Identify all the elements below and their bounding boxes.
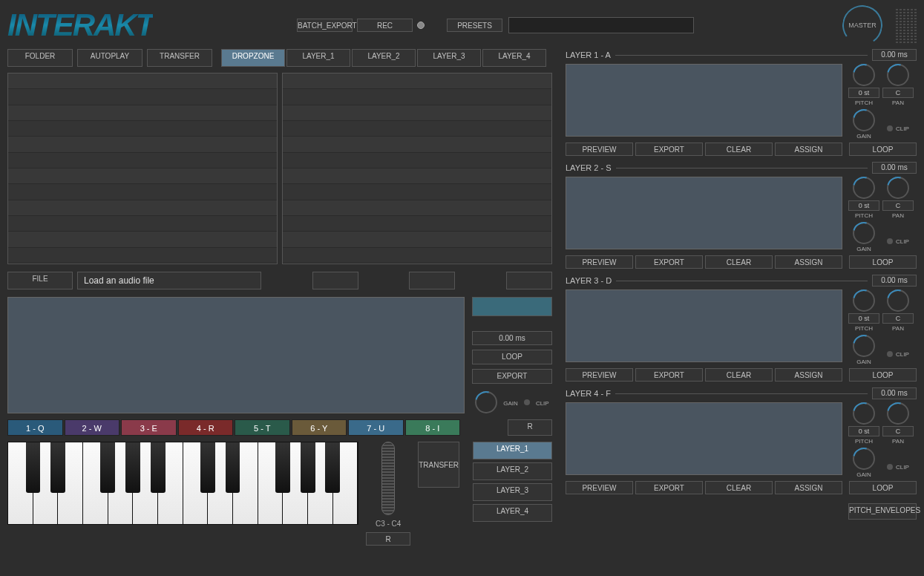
keymap-4[interactable]: 4 - R	[178, 419, 234, 436]
keymap-1[interactable]: 1 - Q	[7, 419, 63, 436]
layer-panel-4: LAYER 4 - F 0.00 ms 0 st PITCH C PAN	[566, 387, 917, 494]
export-button[interactable]: EXPORT	[635, 143, 703, 156]
r-button-top[interactable]: R	[508, 419, 552, 436]
pitch-wheel[interactable]	[381, 442, 395, 515]
export-button[interactable]: EXPORT	[635, 368, 703, 382]
file-list-right[interactable]	[282, 73, 552, 264]
layer-select-4[interactable]: LAYER_4	[473, 504, 552, 522]
layer-panel-1: LAYER 1 - A 0.00 ms 0 st PITCH C PAN	[566, 49, 917, 156]
preview-button[interactable]: PREVIEW	[566, 368, 633, 382]
layer-waveform[interactable]	[566, 64, 842, 137]
layer-waveform[interactable]	[566, 289, 842, 362]
app-logo: INTERAKT	[7, 7, 153, 43]
layer-select-3[interactable]: LAYER_3	[473, 483, 552, 501]
rec-button[interactable]: REC	[357, 19, 413, 32]
gain-knob[interactable]	[853, 448, 875, 470]
keymap-6[interactable]: 6 - Y	[292, 419, 347, 436]
layer-ms: 0.00 ms	[872, 162, 917, 174]
piano-keyboard[interactable]	[7, 442, 358, 525]
keymap-8[interactable]: 8 - I	[405, 419, 461, 436]
file-path-display: Load an audio file	[77, 272, 261, 289]
export-button[interactable]: EXPORT	[635, 255, 703, 269]
transfer-dropzone[interactable]: TRANSFER	[418, 442, 459, 488]
tab-layer3[interactable]: LAYER_3	[417, 49, 481, 67]
wave-clip-led	[524, 399, 530, 405]
assign-button[interactable]: ASSIGN	[775, 368, 842, 382]
assign-button[interactable]: ASSIGN	[775, 143, 842, 156]
pitch-envelopes-button[interactable]: PITCH_ENVELOPES	[848, 503, 917, 520]
pan-knob[interactable]	[887, 402, 909, 425]
folder-button[interactable]: FOLDER	[7, 49, 73, 67]
file-list-left[interactable]	[7, 73, 278, 264]
assign-button[interactable]: ASSIGN	[775, 481, 842, 494]
gain-knob[interactable]	[853, 335, 875, 357]
keymap-7[interactable]: 7 - U	[348, 419, 404, 436]
output-meter	[896, 7, 917, 43]
clip-led	[887, 351, 893, 357]
gain-knob[interactable]	[853, 222, 875, 244]
transfer-button[interactable]: TRANSFER	[147, 49, 212, 67]
clip-led	[887, 464, 893, 470]
layer-ms: 0.00 ms	[872, 49, 917, 61]
preview-button[interactable]: PREVIEW	[566, 255, 633, 269]
pitch-knob[interactable]	[853, 402, 875, 425]
pitch-knob[interactable]	[853, 289, 875, 312]
pan-knob[interactable]	[887, 64, 909, 86]
pan-knob[interactable]	[887, 177, 909, 199]
clear-button[interactable]: CLEAR	[705, 143, 773, 156]
pitch-knob[interactable]	[853, 177, 875, 199]
wave-export-button[interactable]: EXPORT	[472, 369, 552, 384]
clear-button[interactable]: CLEAR	[705, 368, 773, 382]
keymap-2[interactable]: 2 - W	[65, 419, 120, 436]
r-button-bottom[interactable]: R	[366, 532, 410, 546]
loop-button[interactable]: LOOP	[849, 481, 917, 494]
layer-select-2[interactable]: LAYER_2	[473, 462, 552, 480]
assign-button[interactable]: ASSIGN	[775, 255, 842, 269]
tab-layer4[interactable]: LAYER_4	[482, 49, 546, 67]
layer-panel-2: LAYER 2 - S 0.00 ms 0 st PITCH C PAN	[566, 162, 917, 269]
clip-led	[887, 125, 893, 131]
master-knob[interactable]: MASTER	[842, 5, 882, 45]
wave-ms-display: 0.00 ms	[472, 331, 552, 346]
tab-dropzone[interactable]: DROPZONE	[221, 49, 285, 67]
wave-overview[interactable]	[472, 297, 552, 316]
layer-waveform[interactable]	[566, 402, 842, 475]
wave-gain-knob[interactable]	[475, 391, 497, 413]
tab-layer2[interactable]: LAYER_2	[352, 49, 416, 67]
rec-led	[417, 22, 425, 29]
layer-title: LAYER 1 - A	[566, 50, 611, 59]
waveform-display[interactable]	[7, 297, 465, 413]
file-meta-2	[409, 272, 455, 289]
batch-export-button[interactable]: BATCH_EXPORT	[297, 19, 353, 32]
layer-title: LAYER 4 - F	[566, 389, 611, 398]
layer-ms: 0.00 ms	[872, 387, 917, 399]
octave-label: C3 - C4	[366, 520, 410, 528]
file-button[interactable]: FILE	[7, 272, 73, 289]
loop-button[interactable]: LOOP	[849, 255, 917, 269]
layer-panel-3: LAYER 3 - D 0.00 ms 0 st PITCH C PAN	[566, 275, 917, 382]
preview-button[interactable]: PREVIEW	[566, 481, 633, 494]
export-button[interactable]: EXPORT	[635, 481, 703, 494]
pitch-knob[interactable]	[853, 64, 875, 86]
layer-ms: 0.00 ms	[872, 275, 917, 287]
presets-display[interactable]	[508, 17, 694, 33]
clear-button[interactable]: CLEAR	[705, 481, 773, 494]
keymap-5[interactable]: 5 - T	[235, 419, 290, 436]
pan-knob[interactable]	[887, 289, 909, 312]
file-meta-1	[312, 272, 358, 289]
preview-button[interactable]: PREVIEW	[566, 143, 633, 156]
layer-title: LAYER 3 - D	[566, 276, 612, 285]
file-meta-3	[506, 272, 552, 289]
autoplay-button[interactable]: AUTOPLAY	[77, 49, 142, 67]
clear-button[interactable]: CLEAR	[705, 255, 773, 269]
keymap-3[interactable]: 3 - E	[121, 419, 177, 436]
gain-knob[interactable]	[853, 109, 875, 131]
layer-waveform[interactable]	[566, 177, 842, 249]
layer-select-1[interactable]: LAYER_1	[473, 442, 552, 459]
loop-button[interactable]: LOOP	[849, 143, 917, 156]
clip-led	[887, 238, 893, 244]
loop-button[interactable]: LOOP	[849, 368, 917, 382]
wave-loop-button[interactable]: LOOP	[472, 350, 552, 364]
tab-layer1[interactable]: LAYER_1	[286, 49, 350, 67]
presets-button[interactable]: PRESETS	[447, 19, 502, 32]
